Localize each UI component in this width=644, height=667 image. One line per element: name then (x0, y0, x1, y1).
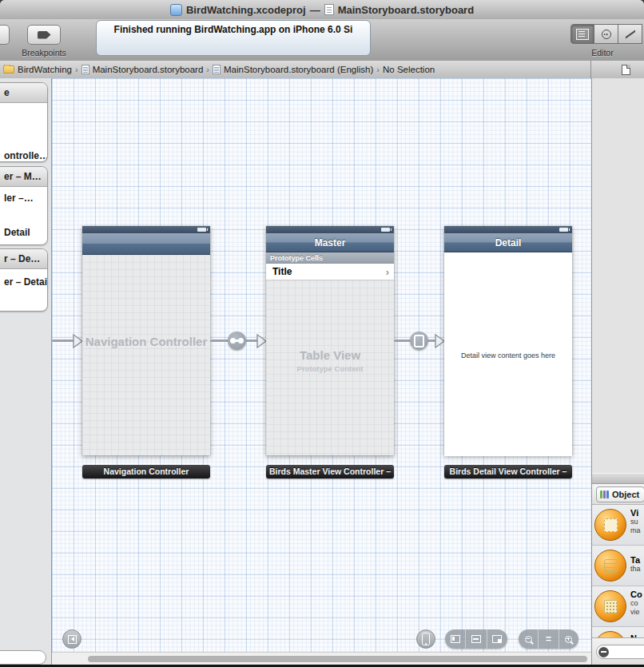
window-title-separator: — (310, 4, 320, 16)
collection-view-controller-icon (594, 590, 626, 622)
outline-row[interactable]: Detail (4, 227, 30, 238)
detail-placeholder-label[interactable]: Detail view content goes here (444, 252, 572, 359)
resolve-autolayout-icon (492, 635, 502, 643)
library-selector-dropdown[interactable]: Object (596, 486, 644, 502)
library-item-title: Vi (630, 508, 644, 518)
file-inspector-icon[interactable] (622, 65, 630, 75)
zoom-in-icon (565, 636, 572, 643)
library-item-desc: ma (630, 526, 644, 535)
breakpoints-button[interactable] (27, 25, 61, 45)
window-title-bar[interactable]: BirdWatching.xcodeproj — MainStoryboard.… (0, 0, 644, 20)
push-segue-glyph (414, 335, 424, 347)
breadcrumb-project[interactable]: BirdWatching (18, 65, 72, 74)
navigation-controller-scene[interactable]: Navigation Controller (82, 226, 210, 455)
utilities-panel: Object Vi su ma Ta tha Co co vie (591, 78, 644, 667)
breadcrumb-localization[interactable]: MainStoryboard.storyboard (English) (224, 65, 373, 74)
disclosure-indicator-icon: › (386, 266, 394, 278)
outline-row[interactable]: ontrolle… (4, 150, 48, 161)
library-item-table-view-controller[interactable]: Ta tha (592, 546, 644, 586)
jump-bar: BirdWatching › MainStoryboard.storyboard… (0, 61, 644, 79)
library-item-collection-view-controller[interactable]: Co co vie (592, 586, 644, 627)
outline-row[interactable]: er – Detail (4, 276, 48, 288)
outline-filter-field[interactable] (0, 650, 46, 665)
align-button[interactable] (445, 629, 465, 649)
zoom-in-button[interactable] (559, 629, 578, 649)
outline-scene-master[interactable]: er – M… ler –… Detail (0, 166, 48, 245)
library-item-desc: co (630, 599, 644, 608)
zoom-out-button[interactable] (519, 629, 538, 649)
breadcrumb-separator: › (75, 65, 78, 74)
pin-icon (471, 635, 481, 643)
outline-scene-navigation-controller[interactable]: e ontrolle… (0, 82, 48, 162)
navigation-bar-title[interactable]: Master (266, 233, 394, 252)
library-splitter[interactable] (592, 473, 644, 484)
prototype-table-cell[interactable]: Title › (266, 264, 394, 280)
assistant-editor-icon (602, 30, 611, 39)
standard-editor-button[interactable] (570, 24, 594, 44)
view-controller-icon (594, 509, 626, 541)
navigation-bar-title[interactable]: Detail (444, 233, 572, 252)
library-item-desc: su (630, 518, 644, 526)
table-view-body[interactable]: Table View Prototype Content (266, 280, 394, 458)
storyboard-canvas[interactable]: Navigation Controller Navigation Control… (52, 78, 591, 653)
breakpoints-label: Breakpoints (18, 48, 70, 58)
cell-title[interactable]: Title (266, 266, 386, 277)
battery-icon (197, 228, 206, 232)
scene-ghost-title: Table View (266, 280, 394, 362)
version-editor-button[interactable] (618, 24, 642, 44)
library-item-title: Ta (630, 555, 644, 565)
document-outline-sidebar: e ontrolle… er – M… ler –… Detail r – De… (0, 78, 52, 667)
outline-scene-header[interactable]: r – De… (0, 249, 47, 269)
standard-editor-icon (576, 29, 589, 40)
window-title-project: BirdWatching.xcodeproj (186, 4, 306, 16)
breadcrumb-separator: › (206, 65, 209, 74)
activity-viewer: Finished running BirdWatching.app on iPh… (96, 20, 371, 56)
navigation-bar[interactable] (82, 233, 210, 255)
detail-view-controller-scene[interactable]: Detail Detail view content goes here (444, 226, 572, 455)
pin-button[interactable] (465, 629, 486, 649)
battery-icon (381, 228, 390, 232)
library-item-view-controller[interactable]: Vi su ma (592, 505, 644, 546)
breakpoint-icon (38, 31, 51, 39)
scene-dock-label-navigation[interactable]: Navigation Controller (82, 465, 210, 478)
filter-icon[interactable] (598, 647, 609, 657)
device-orientation-button[interactable] (416, 629, 435, 649)
scene-ghost-title: Navigation Controller (82, 255, 210, 348)
library-selector-label: Object (612, 490, 639, 499)
scene-ghost-subtitle: Prototype Content (266, 364, 394, 373)
breadcrumb-file[interactable]: MainStoryboard.storyboard (93, 65, 204, 74)
scene-dock-label-detail[interactable]: Birds Detail View Controller – (444, 465, 572, 478)
object-library-icon (600, 490, 609, 498)
detail-view-body[interactable]: Detail view content goes here (444, 252, 572, 456)
battery-icon (559, 228, 568, 232)
editor-mode-segmented-control (570, 24, 642, 44)
run-stop-button-partial[interactable] (0, 25, 10, 45)
outline-scene-detail[interactable]: r – De… er – Detail (0, 248, 48, 312)
outline-row[interactable]: ler –… (4, 193, 34, 204)
zoom-out-icon (525, 636, 532, 643)
window-title-document: MainStoryboard.storyboard (338, 4, 474, 16)
breadcrumb: BirdWatching › MainStoryboard.storyboard… (0, 65, 590, 74)
document-outline-toggle-button[interactable] (62, 629, 81, 649)
navigation-controller-body[interactable]: Navigation Controller (82, 255, 210, 456)
master-view-controller-scene[interactable]: Master Prototype Cells Title › Table Vie… (266, 226, 394, 455)
outline-scene-header[interactable]: e (0, 83, 47, 103)
breadcrumb-selection[interactable]: No Selection (383, 65, 435, 74)
push-segue-icon[interactable] (410, 332, 428, 350)
breadcrumb-separator: › (376, 65, 380, 74)
prototype-cells-header: Prototype Cells (266, 252, 394, 264)
xcodeproj-icon (170, 4, 182, 16)
library-search-field[interactable] (596, 645, 644, 659)
outline-scene-header[interactable]: er – M… (0, 167, 47, 187)
align-icon (451, 635, 460, 643)
zoom-actual-size-button[interactable]: = (538, 629, 558, 649)
main-toolbar: Breakpoints Finished running BirdWatchin… (0, 19, 644, 62)
autolayout-controls (445, 629, 507, 649)
canvas-horizontal-scrollbar[interactable] (52, 652, 591, 665)
resolve-autolayout-button[interactable] (487, 629, 507, 649)
scene-dock-label-master[interactable]: Birds Master View Controller – (266, 465, 394, 478)
utilities-related-items-bar (590, 61, 644, 78)
relationship-segue-icon[interactable] (228, 332, 246, 350)
scrollbar-thumb[interactable] (88, 656, 587, 662)
assistant-editor-button[interactable] (594, 24, 618, 44)
